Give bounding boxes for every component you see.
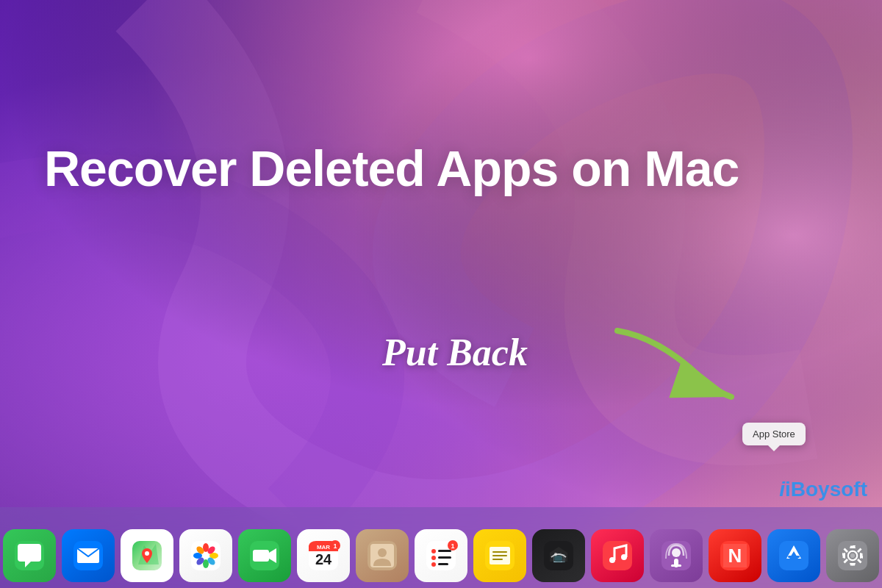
dock-icon-appstore[interactable]: [767, 529, 820, 582]
svg-rect-1: [0, 0, 882, 588]
iboysoft-brand: iiBoysoft: [779, 478, 867, 501]
dock-icon-mail[interactable]: [62, 529, 115, 582]
svg-point-35: [431, 556, 436, 560]
svg-text:1: 1: [333, 542, 337, 550]
svg-point-33: [431, 549, 436, 553]
svg-point-53: [672, 548, 681, 557]
arrow-icon: [603, 323, 750, 415]
svg-rect-43: [492, 551, 507, 553]
dock-container: MAR 24 1: [0, 507, 882, 588]
svg-point-37: [431, 562, 436, 567]
svg-rect-21: [253, 550, 269, 562]
svg-point-19: [202, 552, 209, 559]
svg-point-50: [609, 557, 615, 563]
put-back-label: Put Back: [382, 331, 528, 374]
tooltip-label: App Store: [742, 423, 806, 445]
svg-text:MAR: MAR: [317, 544, 330, 551]
svg-rect-44: [492, 555, 507, 556]
dock-icon-notes[interactable]: [473, 529, 526, 582]
dock-icon-contacts[interactable]: [356, 529, 409, 582]
swirl-overlay: [0, 0, 882, 588]
svg-text:1: 1: [451, 542, 454, 550]
dock-icon-facetime[interactable]: [238, 529, 291, 582]
svg-text:N: N: [728, 545, 742, 567]
svg-point-63: [850, 553, 855, 558]
svg-rect-49: [603, 541, 632, 570]
svg-point-51: [621, 554, 627, 560]
dock-icon-news[interactable]: N: [709, 529, 761, 582]
dock-icon-podcasts[interactable]: [650, 529, 703, 582]
dock-icon-messages[interactable]: [3, 529, 56, 582]
dock-icon-tv[interactable]: 📺: [532, 529, 585, 582]
svg-rect-36: [438, 556, 451, 559]
svg-rect-59: [788, 556, 800, 558]
app-store-tooltip: App Store: [742, 423, 806, 445]
main-title: Recover Deleted Apps on Mac: [44, 140, 739, 197]
svg-point-31: [378, 548, 387, 557]
svg-text:24: 24: [315, 551, 332, 567]
dock-icon-maps[interactable]: [121, 529, 173, 582]
dock-icon-system-preferences[interactable]: [826, 529, 879, 582]
dock-icon-music[interactable]: [591, 529, 644, 582]
dock-icon-photos[interactable]: [179, 529, 232, 582]
svg-rect-38: [438, 563, 448, 565]
svg-rect-45: [492, 559, 503, 560]
svg-rect-34: [438, 550, 451, 552]
svg-point-8: [145, 551, 149, 556]
dock: MAR 24 1: [0, 529, 882, 582]
dock-icon-reminders[interactable]: 1: [415, 529, 467, 582]
svg-rect-55: [671, 564, 681, 567]
dock-icon-calendar[interactable]: MAR 24 1: [297, 529, 350, 582]
